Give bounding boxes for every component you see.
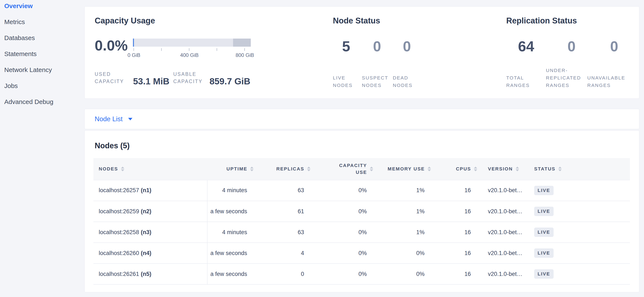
sidebar-item-overview[interactable]: Overview: [4, 0, 84, 14]
column-header-cpus[interactable]: CPUS: [436, 158, 482, 180]
used-capacity-value: 53.1 MiB: [133, 77, 169, 86]
sidebar-item-databases[interactable]: Databases: [4, 30, 84, 46]
table-header-row: NODES UPTIME REPLICAS CAPACITY USE MEMOR: [94, 158, 630, 180]
version-cell: v20.1.0-bet…: [482, 264, 529, 285]
used-capacity-label: USED CAPACITY: [95, 70, 131, 85]
suspect-nodes-label: SUSPECT NODES: [362, 74, 388, 89]
memory-use-cell: 1%: [378, 222, 436, 243]
suspect-nodes-value: 0: [362, 39, 393, 53]
replicas-cell: 63: [259, 222, 316, 243]
sort-icon: [474, 167, 477, 171]
column-header-replicas[interactable]: REPLICAS: [259, 158, 316, 180]
node-id: (n2): [141, 208, 152, 215]
node-list-dropdown-label: Node List: [95, 115, 122, 123]
capacity-axis-ticks: [133, 48, 251, 51]
table-row: localhost:26259(n2) a few seconds 61 0% …: [94, 201, 630, 222]
replicas-cell: 4: [259, 243, 316, 264]
node-address: localhost:26258: [99, 229, 139, 235]
dead-nodes-stat: 0 DEAD NODES: [393, 39, 423, 89]
table-row: localhost:26260(n4) a few seconds 4 0% 0…: [94, 243, 630, 264]
node-status-panel: Node Status 5 LIVE NODES 0 SUSPECT NODES…: [333, 6, 506, 98]
status-badge: LIVE: [534, 228, 554, 237]
column-header-capacity-use[interactable]: CAPACITY USE: [316, 158, 378, 180]
node-id: (n5): [141, 271, 152, 277]
view-selector-card: Node List: [84, 109, 639, 129]
node-address-cell[interactable]: localhost:26258(n3): [94, 222, 207, 243]
replicas-cell: 61: [259, 201, 316, 222]
node-address-cell[interactable]: localhost:26257(n1): [94, 180, 207, 201]
column-header-memory-use[interactable]: MEMORY USE: [378, 158, 436, 180]
status-cell: LIVE: [529, 222, 630, 243]
nodes-table-title: Nodes (5): [95, 141, 630, 150]
replicas-cell: 0: [259, 264, 316, 285]
column-header-status[interactable]: STATUS: [529, 158, 630, 180]
sidebar: Overview Metrics Databases Statements Ne…: [0, 0, 84, 297]
memory-use-cell: 0%: [378, 243, 436, 264]
sidebar-item-statements[interactable]: Statements: [4, 46, 84, 62]
node-address-cell[interactable]: localhost:26261(n5): [94, 264, 207, 285]
suspect-nodes-stat: 0 SUSPECT NODES: [362, 39, 393, 89]
sidebar-item-metrics[interactable]: Metrics: [4, 14, 84, 30]
column-header-uptime[interactable]: UPTIME: [207, 158, 259, 180]
axis-label-800: 800 GiB: [236, 52, 254, 58]
node-address: localhost:26261: [99, 271, 139, 277]
node-address: localhost:26257: [99, 187, 139, 193]
total-ranges-stat: 64 TOTAL RANGES: [506, 39, 546, 89]
column-header-version[interactable]: VERSION: [482, 158, 529, 180]
axis-label-0: 0 GiB: [128, 52, 140, 58]
status-badge: LIVE: [534, 207, 554, 216]
unavailable-ranges-value: 0: [587, 39, 630, 53]
status-badge: LIVE: [534, 186, 554, 195]
cpus-cell: 16: [436, 222, 482, 243]
total-ranges-label: TOTAL RANGES: [506, 74, 544, 89]
version-cell: v20.1.0-bet…: [482, 201, 529, 222]
uptime-cell: 4 minutes: [207, 222, 259, 243]
capacity-bar: [133, 38, 251, 47]
sidebar-item-network-latency[interactable]: Network Latency: [4, 62, 84, 78]
memory-use-cell: 0%: [378, 264, 436, 285]
capacity-axis-labels: 0 GiB 400 GiB 800 GiB: [133, 52, 251, 59]
unavailable-ranges-stat: 0 UNAVAILABLE RANGES: [587, 39, 630, 89]
cpus-cell: 16: [436, 180, 482, 201]
status-cell: LIVE: [529, 243, 630, 264]
replication-status-panel: Replication Status 64 TOTAL RANGES 0 UND…: [506, 6, 639, 98]
capacity-gauge-row: 0.0% 0 GiB 400 GiB 800 GiB: [95, 38, 333, 59]
capacity-bar-group: 0 GiB 400 GiB 800 GiB: [133, 38, 251, 59]
memory-use-cell: 1%: [378, 201, 436, 222]
node-address-cell[interactable]: localhost:26260(n4): [94, 243, 207, 264]
replication-status-title: Replication Status: [506, 16, 639, 26]
axis-label-400: 400 GiB: [180, 52, 199, 58]
usable-capacity-value: 859.7 GiB: [210, 77, 250, 86]
sort-icon: [121, 167, 124, 171]
node-id: (n4): [141, 250, 152, 256]
status-badge: LIVE: [534, 269, 554, 279]
node-status-stats: 5 LIVE NODES 0 SUSPECT NODES 0 DEAD NODE…: [333, 39, 506, 89]
node-address: localhost:26260: [99, 250, 139, 256]
sort-icon: [428, 167, 431, 171]
sort-icon: [370, 167, 373, 171]
sidebar-item-advanced-debug[interactable]: Advanced Debug: [4, 94, 84, 110]
node-id: (n3): [141, 229, 152, 235]
uptime-cell: 4 minutes: [207, 180, 259, 201]
capacity-usage-panel: Capacity Usage 0.0% 0 GiB 400 Gi: [85, 6, 333, 98]
node-list-dropdown[interactable]: Node List: [95, 115, 132, 123]
memory-use-cell: 1%: [378, 180, 436, 201]
node-id: (n1): [141, 187, 152, 193]
table-row: localhost:26258(n3) 4 minutes 63 0% 1% 1…: [94, 222, 630, 243]
capacity-use-cell: 0%: [316, 180, 378, 201]
capacity-percent: 0.0%: [95, 38, 133, 59]
sort-icon: [250, 167, 254, 171]
table-row: localhost:26261(n5) a few seconds 0 0% 0…: [94, 264, 630, 285]
uptime-cell: a few seconds: [207, 201, 259, 222]
sidebar-item-jobs[interactable]: Jobs: [4, 78, 84, 94]
live-nodes-stat: 5 LIVE NODES: [333, 39, 362, 89]
node-address-cell[interactable]: localhost:26259(n2): [94, 201, 207, 222]
live-nodes-value: 5: [333, 39, 362, 53]
uptime-cell: a few seconds: [207, 243, 259, 264]
capacity-use-cell: 0%: [316, 243, 378, 264]
column-header-nodes[interactable]: NODES: [94, 158, 207, 180]
total-ranges-value: 64: [506, 39, 546, 53]
cpus-cell: 16: [436, 201, 482, 222]
uptime-cell: a few seconds: [207, 264, 259, 285]
capacity-bar-used-marker: [133, 38, 134, 47]
